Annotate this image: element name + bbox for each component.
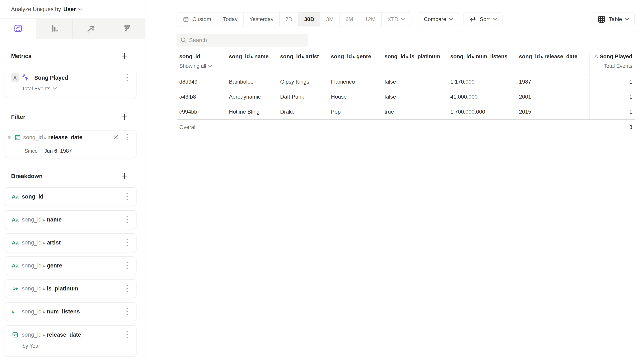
kebab-menu-icon[interactable] <box>126 74 128 82</box>
breakdown-property: song_id <box>22 193 44 200</box>
range-3m[interactable]: 3M <box>320 13 340 26</box>
search-input[interactable] <box>176 34 308 47</box>
column-header-metric[interactable]: ASong Played Total Events <box>589 53 635 70</box>
view-type-button[interactable]: Table <box>592 12 635 26</box>
property-prefix: song_id <box>23 134 43 140</box>
analyze-entity-dropdown[interactable]: User <box>63 6 76 13</box>
metric-aggregation[interactable]: Total Events <box>22 84 128 93</box>
breakdown-property: num_listens <box>47 308 80 315</box>
flow-icon <box>86 24 95 34</box>
kebab-menu-icon[interactable] <box>126 215 128 224</box>
cell-is-platinum: true <box>384 104 450 119</box>
date-type-icon <box>12 331 22 338</box>
cell-genre: House <box>331 89 384 104</box>
tab-flow[interactable] <box>72 19 109 39</box>
breakdown-item[interactable]: Aa song_id▸artist <box>5 233 136 252</box>
table-row[interactable]: d8d949 Bamboleo Gipsy Kings Flamenco fal… <box>176 74 635 89</box>
kebab-menu-icon[interactable] <box>126 238 128 247</box>
chevron-down-icon <box>449 18 453 21</box>
cell-song-id: a43fb8 <box>176 89 229 104</box>
kebab-menu-icon[interactable] <box>126 261 128 270</box>
cell-name: Bamboleo <box>229 74 280 89</box>
text-type-icon: Aa <box>12 217 22 223</box>
toolbar: Custom Today Yesterday 7D 30D 3M 6M 12M … <box>176 12 635 26</box>
range-30d[interactable]: 30D <box>298 13 320 26</box>
drag-handle-icon[interactable]: ≡ <box>8 135 12 140</box>
compare-button[interactable]: Compare <box>418 12 459 26</box>
add-metric-button[interactable] <box>120 52 128 60</box>
column-header-num-listens[interactable]: song_id▸num_listens <box>450 53 519 70</box>
cell-release-date: 1987 <box>519 74 589 89</box>
breakdown-property: is_platinum <box>47 285 78 292</box>
breakdown-property: name <box>47 216 62 223</box>
kebab-menu-icon[interactable] <box>126 133 128 142</box>
filter-property-path[interactable]: song_id▸release_date <box>23 134 82 141</box>
cell-artist: Gipsy Kings <box>280 74 331 89</box>
range-7d[interactable]: 7D <box>279 13 298 26</box>
search-icon <box>180 37 187 44</box>
remove-filter-icon[interactable] <box>112 134 119 141</box>
column-header-artist[interactable]: song_id▸artist <box>280 53 331 70</box>
column-header-name[interactable]: song_id▸name <box>229 53 280 70</box>
column-header-release-date[interactable]: song_id▸release_date <box>519 53 589 70</box>
filter-card-row: ≡ song_id▸release_date <box>8 132 128 143</box>
cell-num-listens: 1,700,000,000 <box>450 104 519 119</box>
filter-operator[interactable]: Since <box>24 148 38 154</box>
breakdown-item[interactable]: song_id▸release_date by Year <box>5 325 136 356</box>
range-custom[interactable]: Custom <box>177 13 217 26</box>
range-xtd[interactable]: XTD <box>382 13 411 26</box>
sort-button[interactable]: Sort <box>464 12 502 26</box>
cell-metric-value: 1 <box>589 104 635 119</box>
showing-all-dropdown[interactable]: Showing all <box>179 62 229 70</box>
calendar-icon <box>14 134 21 141</box>
column-header-song-id[interactable]: song_id Showing all <box>176 53 229 70</box>
kebab-menu-icon[interactable] <box>126 330 128 339</box>
breakdown-item[interactable]: Aa song_id▸genre <box>5 256 136 275</box>
metric-event-name[interactable]: Song Played <box>34 75 68 81</box>
kebab-menu-icon[interactable] <box>126 192 128 201</box>
cell-release-date: 2015 <box>519 104 589 119</box>
breakdown-item[interactable]: # song_id▸num_listens <box>5 302 136 321</box>
results-table: song_id Showing all song_id▸name song_id… <box>176 47 635 135</box>
breakdown-modifier[interactable]: by Year <box>22 343 128 349</box>
number-type-icon: # <box>12 308 22 315</box>
breakdown-item[interactable]: Aa song_id▸name <box>5 210 136 229</box>
range-yesterday[interactable]: Yesterday <box>243 13 279 26</box>
breakdown-item[interactable]: Aa song_id <box>5 187 136 206</box>
cell-song-id: d8d949 <box>176 74 229 89</box>
overall-row: Overall 3 <box>176 119 635 135</box>
chevron-down-icon <box>401 18 405 21</box>
kebab-menu-icon[interactable] <box>126 284 128 293</box>
kebab-menu-icon[interactable] <box>126 307 128 316</box>
overall-label: Overall <box>176 120 229 135</box>
aggregation-label: Total Events <box>22 86 50 92</box>
metric-card-row: A Song Played <box>11 72 128 83</box>
table-row[interactable]: a43fb8 Aerodynamic Daft Punk House false… <box>176 89 635 104</box>
scatter-dots-icon <box>123 24 132 34</box>
tab-line-chart[interactable] <box>0 19 36 39</box>
breakdown-item[interactable]: song_id▸is_platinum <box>5 279 136 298</box>
tab-scatter[interactable] <box>109 19 145 39</box>
filter-title: Filter <box>11 114 25 120</box>
add-breakdown-button[interactable] <box>120 172 128 180</box>
range-12m[interactable]: 12M <box>359 13 382 26</box>
text-type-icon: Aa <box>12 240 22 246</box>
column-header-is-platinum[interactable]: song_id▸is_platinum <box>384 53 450 70</box>
add-filter-button[interactable] <box>120 113 128 121</box>
table-row[interactable]: c994bb Hotline Bling Drake Pop true 1,70… <box>176 104 635 119</box>
cell-num-listens: 1,170,000 <box>450 74 519 89</box>
analyze-header: Analyze Uniques by User <box>0 0 145 19</box>
tab-bar-chart[interactable] <box>36 19 72 39</box>
chevron-down-icon[interactable] <box>78 8 82 11</box>
filter-value[interactable]: Jun 6, 1987 <box>44 148 72 154</box>
column-header-genre[interactable]: song_id▸genre <box>331 53 384 70</box>
results-panel: Custom Today Yesterday 7D 30D 3M 6M 12M … <box>146 0 644 360</box>
metric-card[interactable]: A Song Played Total Events <box>5 70 136 98</box>
breakdown-title: Breakdown <box>11 173 43 179</box>
table-search <box>176 34 308 47</box>
range-today[interactable]: Today <box>217 13 243 26</box>
cell-is-platinum: false <box>384 89 450 104</box>
overall-value: 3 <box>589 120 635 135</box>
range-6m[interactable]: 6M <box>340 13 359 26</box>
filter-card[interactable]: ≡ song_id▸release_date Since Jun 6, 1987 <box>5 131 136 158</box>
